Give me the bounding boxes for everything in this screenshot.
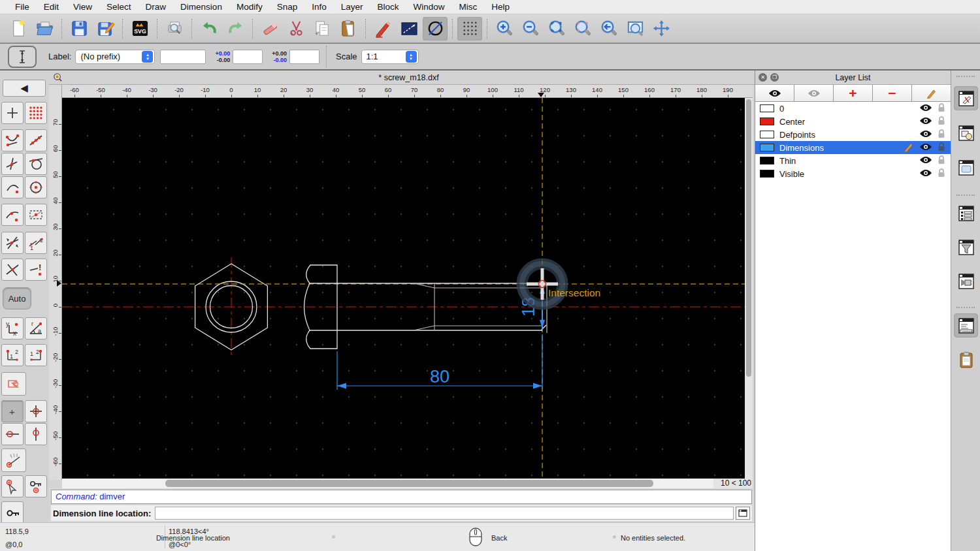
- grid-toggle-button[interactable]: [457, 17, 482, 40]
- zoom-auto-button[interactable]: [544, 17, 569, 40]
- layer-lock-icon[interactable]: [938, 142, 945, 153]
- snap-on-entity-button[interactable]: [25, 129, 47, 151]
- command-input[interactable]: [155, 507, 734, 520]
- dock-toggle-block-list[interactable]: [954, 121, 978, 145]
- zoom-back-button[interactable]: [596, 17, 621, 40]
- zoom-in-button[interactable]: [492, 17, 517, 40]
- layer-lock-icon[interactable]: [938, 168, 945, 180]
- paste-button[interactable]: [336, 17, 361, 40]
- menu-snap[interactable]: Snap: [270, 0, 305, 14]
- snap-intersection-auto-button[interactable]: [1, 232, 24, 254]
- horizontal-scrollbar-thumb[interactable]: [165, 480, 653, 487]
- dock-toggle-library-browser[interactable]: [954, 155, 978, 180]
- dock-toggle-selection-filter[interactable]: [954, 235, 978, 259]
- tolerance-lower-input[interactable]: [289, 50, 319, 64]
- dock-toggle-property-editor[interactable]: [954, 86, 978, 110]
- command-history[interactable]: Command: dimver: [51, 490, 752, 504]
- label-text-input[interactable]: [160, 50, 206, 64]
- layer-row-dimensions[interactable]: Dimensions: [755, 141, 951, 154]
- layer-row-0[interactable]: 0: [755, 102, 951, 115]
- document-titlebar[interactable]: * screw_m18.dxf: [49, 71, 755, 85]
- menu-layer[interactable]: Layer: [334, 0, 370, 14]
- redo-button[interactable]: [223, 17, 248, 40]
- menu-draw[interactable]: Draw: [139, 0, 174, 14]
- snap-tangential-button[interactable]: [25, 153, 47, 175]
- snap-grid-button[interactable]: [25, 102, 47, 124]
- menu-help[interactable]: Help: [484, 0, 517, 14]
- layer-visibility-eye-icon[interactable]: [919, 103, 932, 114]
- snap-distance-button[interactable]: [25, 204, 47, 226]
- vertical-scrollbar[interactable]: [745, 98, 753, 479]
- layer-panel-titlebar[interactable]: ✕ ❐ Layer List: [755, 71, 951, 85]
- zoom-out-button[interactable]: [518, 17, 543, 40]
- layer-visibility-eye-icon[interactable]: [919, 142, 932, 153]
- detach-command-panel-button[interactable]: [736, 507, 750, 520]
- remove-layer-button[interactable]: −: [873, 85, 912, 101]
- restrict-off-button[interactable]: !: [25, 259, 47, 281]
- dock-toggle-projection[interactable]: [954, 269, 978, 293]
- layer-row-visible[interactable]: Visible: [755, 167, 951, 180]
- absolute-coordinates-button[interactable]: 12: [25, 344, 47, 366]
- delete-button[interactable]: [257, 17, 282, 40]
- measure-line-button[interactable]: [397, 17, 421, 40]
- snap-intersection-button[interactable]: [1, 259, 24, 281]
- snap-reference-button[interactable]: [1, 176, 24, 198]
- layer-lock-icon[interactable]: [938, 155, 945, 166]
- save-button[interactable]: [67, 17, 91, 40]
- undo-button[interactable]: [197, 17, 221, 40]
- add-layer-button[interactable]: +: [834, 85, 873, 101]
- select-reference-button[interactable]: [1, 475, 24, 497]
- layer-visibility-eye-icon[interactable]: [919, 155, 932, 166]
- restrict-orthogonal-button[interactable]: +: [1, 400, 24, 422]
- lock-relative-zero-button[interactable]: [25, 475, 47, 497]
- snap-endpoints-button[interactable]: [1, 129, 24, 151]
- menu-block[interactable]: Block: [370, 0, 406, 14]
- circle-diagonal-button[interactable]: [423, 17, 448, 40]
- unlock-relative-zero-button[interactable]: [1, 501, 24, 524]
- layer-visibility-eye-icon[interactable]: [919, 116, 932, 127]
- float-panel-icon[interactable]: ❐: [770, 73, 779, 82]
- menu-select[interactable]: Select: [99, 0, 139, 14]
- layer-lock-icon[interactable]: [938, 102, 945, 114]
- menu-info[interactable]: Info: [304, 0, 334, 14]
- pan-button[interactable]: [649, 17, 674, 40]
- copy-button[interactable]: +: [310, 17, 335, 40]
- layer-visibility-eye-icon[interactable]: [919, 168, 932, 180]
- layer-row-thin[interactable]: Thin: [755, 154, 951, 167]
- edit-layer-button[interactable]: [912, 85, 951, 101]
- layer-lock-icon[interactable]: [938, 116, 945, 127]
- show-all-layers-eye-button[interactable]: [755, 85, 794, 101]
- zoom-previous-button[interactable]: [570, 17, 595, 40]
- print-preview-button[interactable]: [162, 17, 187, 40]
- coordinate-polar-button[interactable]: ra: [25, 317, 47, 339]
- menu-misc[interactable]: Misc: [452, 0, 485, 14]
- coordinate-cartesian-button[interactable]: yx: [1, 317, 24, 339]
- scale-select[interactable]: 1:1 ▲▼: [361, 50, 419, 64]
- layer-row-center[interactable]: Center: [755, 115, 951, 128]
- red-pencil-button[interactable]: [370, 17, 395, 40]
- open-file-button[interactable]: [32, 17, 57, 40]
- snap-angle-button[interactable]: [1, 449, 26, 472]
- snap-intersection-manual-button[interactable]: 12: [25, 232, 47, 254]
- new-file-button[interactable]: [6, 17, 31, 40]
- restrict-vertical-button[interactable]: [25, 423, 47, 445]
- label-prefix-select[interactable]: (No prefix) ▲▼: [75, 50, 155, 64]
- cut-button[interactable]: +: [284, 17, 308, 40]
- layer-lock-icon[interactable]: [938, 129, 945, 140]
- back-button[interactable]: ◀: [3, 80, 46, 97]
- menu-file[interactable]: File: [8, 0, 37, 14]
- dock-toggle-layer-list[interactable]: [954, 201, 978, 225]
- menu-view[interactable]: View: [66, 0, 99, 14]
- close-icon[interactable]: ✕: [759, 73, 767, 82]
- snap-auto-button[interactable]: Auto: [3, 287, 31, 309]
- layer-visibility-eye-icon[interactable]: [919, 129, 932, 140]
- snap-perpendicular-button[interactable]: [1, 153, 24, 175]
- dock-toggle-command-line[interactable]: command: [954, 313, 978, 338]
- snap-center-button[interactable]: [25, 176, 47, 198]
- drawing-canvas[interactable]: 80 18 Intersection: [62, 98, 745, 479]
- relative-coordinates-button[interactable]: 12: [1, 344, 24, 366]
- edit-pencil-icon[interactable]: [904, 142, 914, 154]
- save-as-button[interactable]: [93, 17, 118, 40]
- hide-all-layers-eye-button[interactable]: [794, 85, 834, 101]
- snap-middle-button[interactable]: [1, 204, 24, 226]
